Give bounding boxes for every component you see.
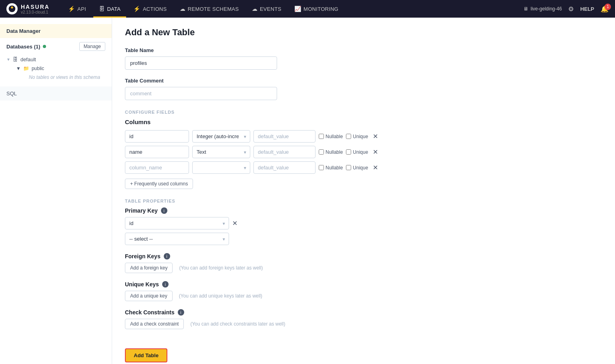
data-manager-header: Data Manager bbox=[0, 24, 112, 38]
foreign-keys-info-icon[interactable]: i bbox=[164, 253, 170, 259]
top-navigation: HASURA v2.13.0-cloud.1 ⚡ API 🗄 DATA ⚡ AC… bbox=[0, 0, 615, 18]
freq-cols-button[interactable]: + Frequently used columns bbox=[125, 179, 193, 189]
api-icon: ⚡ bbox=[68, 6, 75, 12]
col-nullable-checkbox-name[interactable] bbox=[319, 149, 324, 155]
col-name-id[interactable] bbox=[125, 130, 189, 143]
col-type-select-new[interactable]: Text Integer UUID Boolean Timestamp bbox=[192, 161, 250, 174]
nav-events[interactable]: ☁ EVENTS bbox=[246, 0, 287, 18]
table-name-label: Table Name bbox=[125, 47, 602, 53]
databases-label: Databases (1) bbox=[6, 44, 46, 50]
notification-badge: 1 bbox=[605, 4, 611, 10]
col-nullable-checkbox-id[interactable] bbox=[319, 134, 324, 139]
sidebar: Data Manager Databases (1) Manage ▼ 🗄 de… bbox=[0, 18, 112, 364]
pk-select-2[interactable]: -- select -- id name bbox=[125, 233, 229, 245]
primary-key-info-icon[interactable]: i bbox=[161, 207, 167, 214]
col-default-new[interactable] bbox=[253, 161, 316, 174]
server-name: live-gelding-46 bbox=[531, 6, 562, 12]
foreign-keys-label: Foreign Keys bbox=[125, 253, 161, 259]
nav-remote-schemas[interactable]: ☁ REMOTE SCHEMAS bbox=[174, 0, 245, 18]
col-nullable-group-new: Nullable bbox=[319, 165, 343, 171]
col-unique-checkbox-name[interactable] bbox=[346, 149, 351, 155]
notifications-bell[interactable]: 🔔 1 bbox=[601, 5, 609, 13]
unique-keys-section: Unique Keys i Add a unique key (You can … bbox=[125, 281, 602, 301]
nav-actions[interactable]: ⚡ ACTIONS bbox=[128, 0, 172, 18]
pk-select-row: id name ▼ ✕ bbox=[125, 217, 602, 229]
topnav-right: 🖥 live-gelding-46 ⚙ HELP 🔔 1 bbox=[523, 5, 609, 13]
check-constraints-info-icon[interactable]: i bbox=[178, 309, 184, 316]
col-unique-group-name: Unique bbox=[346, 149, 368, 155]
col-remove-new[interactable]: ✕ bbox=[373, 164, 378, 171]
check-constraints-label-row: Check Constraints i bbox=[125, 309, 602, 316]
add-check-constraint-button[interactable]: Add a check constraint bbox=[125, 319, 184, 329]
foreign-key-hint: (You can add foreign keys later as well) bbox=[179, 265, 263, 271]
sidebar-item-default[interactable]: ▼ 🗄 default bbox=[0, 55, 112, 64]
pk-select[interactable]: id name bbox=[125, 217, 229, 229]
main-content: Add a New Table Table Name Table Comment… bbox=[112, 18, 615, 364]
add-foreign-key-button[interactable]: Add a foreign key bbox=[125, 263, 173, 273]
pk-add-row: -- select -- id name ▼ bbox=[125, 233, 602, 245]
col-nullable-label-new: Nullable bbox=[326, 165, 343, 171]
col-remove-id[interactable]: ✕ bbox=[373, 133, 378, 140]
sidebar-item-public[interactable]: ▼ 📁 public bbox=[10, 64, 112, 73]
add-unique-key-button[interactable]: Add a unique key bbox=[125, 291, 173, 301]
foreign-keys-label-row: Foreign Keys i bbox=[125, 253, 602, 259]
table-comment-label: Table Comment bbox=[125, 78, 602, 84]
add-table-button[interactable]: Add Table bbox=[125, 348, 167, 362]
logo-text-group: HASURA v2.13.0-cloud.1 bbox=[21, 4, 50, 14]
table-comment-section: Table Comment bbox=[125, 78, 602, 100]
col-unique-checkbox-new[interactable] bbox=[346, 165, 351, 170]
nav-api[interactable]: ⚡ API bbox=[62, 0, 92, 18]
pk-select-wrapper-2: -- select -- id name ▼ bbox=[125, 233, 229, 245]
column-row-name: Text Integer (auto-increme... UUID Boole… bbox=[125, 146, 602, 158]
foreign-keys-section: Foreign Keys i Add a foreign key (You ca… bbox=[125, 253, 602, 273]
unique-keys-info-icon[interactable]: i bbox=[162, 281, 169, 288]
col-type-select-id[interactable]: Integer (auto-increme... Text UUID Boole… bbox=[192, 130, 250, 143]
logo-version: v2.13.0-cloud.1 bbox=[21, 10, 50, 14]
col-remove-name[interactable]: ✕ bbox=[373, 148, 378, 156]
nav-data[interactable]: 🗄 DATA bbox=[93, 0, 126, 18]
actions-icon: ⚡ bbox=[133, 6, 140, 12]
table-properties-section: TABLE PROPERTIES Primary Key i id name ▼… bbox=[125, 199, 602, 329]
add-table-section: Add Table bbox=[125, 339, 602, 362]
help-button[interactable]: HELP bbox=[580, 6, 594, 12]
columns-label: Columns bbox=[125, 119, 602, 125]
chevron-down-icon: ▼ bbox=[16, 66, 21, 71]
db-icon: 🗄 bbox=[13, 56, 18, 62]
no-tables-msg: No tables or views in this schema bbox=[10, 73, 112, 82]
chevron-down-icon: ▼ bbox=[6, 57, 10, 62]
col-unique-group-new: Unique bbox=[346, 165, 368, 171]
col-type-wrapper-name: Text Integer (auto-increme... UUID Boole… bbox=[192, 146, 250, 158]
logo: HASURA v2.13.0-cloud.1 bbox=[6, 3, 50, 14]
col-name-new[interactable] bbox=[125, 161, 189, 174]
col-type-select-name[interactable]: Text Integer (auto-increme... UUID Boole… bbox=[192, 146, 250, 158]
events-icon: ☁ bbox=[252, 6, 257, 12]
nav-monitoring[interactable]: 📈 MONITORING bbox=[289, 0, 344, 18]
table-name-section: Table Name bbox=[125, 47, 602, 70]
configure-fields-label: CONFIGURE FIELDS bbox=[125, 110, 602, 115]
col-nullable-label-id: Nullable bbox=[326, 134, 343, 139]
table-name-input[interactable] bbox=[125, 56, 277, 70]
col-type-wrapper-new: Text Integer UUID Boolean Timestamp ▼ bbox=[192, 161, 250, 174]
monitor-icon: 🖥 bbox=[523, 6, 528, 12]
table-comment-input[interactable] bbox=[125, 87, 277, 100]
col-unique-checkbox-id[interactable] bbox=[346, 134, 351, 139]
page-title: Add a New Table bbox=[125, 27, 602, 38]
pk-select-wrapper: id name ▼ bbox=[125, 217, 229, 229]
logo-icon bbox=[6, 3, 18, 14]
connected-dot bbox=[43, 45, 46, 48]
check-constraints-label: Check Constraints bbox=[125, 309, 175, 316]
col-default-name[interactable] bbox=[253, 146, 316, 158]
manage-button[interactable]: Manage bbox=[79, 42, 105, 51]
col-name-name[interactable] bbox=[125, 146, 189, 158]
main-layout: Data Manager Databases (1) Manage ▼ 🗄 de… bbox=[0, 18, 615, 364]
check-constraints-section: Check Constraints i Add a check constrai… bbox=[125, 309, 602, 329]
pk-remove-button[interactable]: ✕ bbox=[232, 219, 237, 227]
unique-keys-label-row: Unique Keys i bbox=[125, 281, 602, 288]
remote-schemas-icon: ☁ bbox=[180, 6, 185, 12]
column-row-new: Text Integer UUID Boolean Timestamp ▼ Nu… bbox=[125, 161, 602, 174]
sidebar-sql[interactable]: SQL bbox=[0, 86, 112, 101]
databases-row: Databases (1) Manage bbox=[0, 38, 112, 53]
col-default-id[interactable] bbox=[253, 130, 316, 143]
settings-icon[interactable]: ⚙ bbox=[568, 5, 574, 13]
col-nullable-checkbox-new[interactable] bbox=[319, 165, 324, 170]
